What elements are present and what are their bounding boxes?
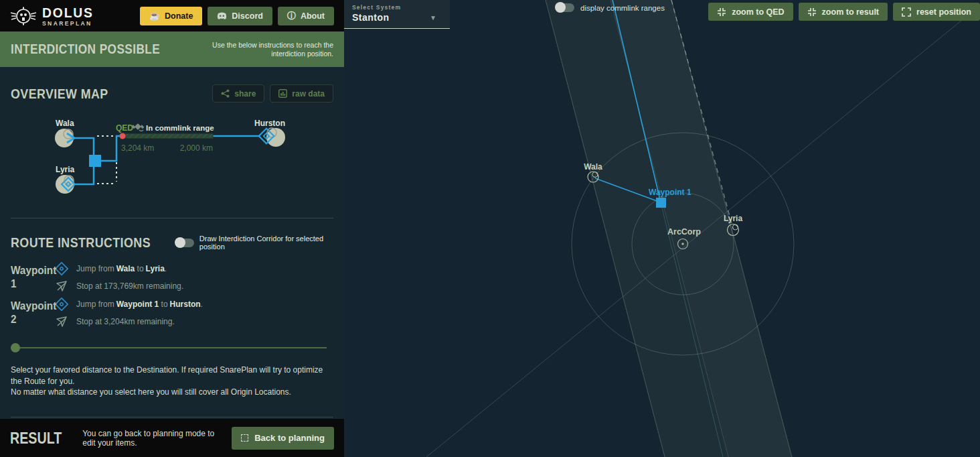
overview-route-lines — [74, 136, 260, 184]
app-header: DOLUS SNAREPLAN ☕ Donate Discord — [0, 0, 344, 31]
select-system-dropdown[interactable]: Select System Stanton ▼ — [344, 0, 450, 29]
overview-wala-label: Wala — [56, 119, 74, 128]
divider — [11, 218, 333, 218]
map-lyria-label: Lyria — [724, 214, 743, 223]
overview-hurston-marker[interactable] — [259, 128, 285, 147]
coffee-cup-icon: ☕ — [149, 11, 160, 20]
about-button[interactable]: ⓘ About — [278, 7, 334, 25]
compress-icon — [807, 7, 817, 17]
discord-button[interactable]: Discord — [208, 7, 272, 25]
planning-panel: DOLUS SNAREPLAN ☕ Donate Discord — [0, 0, 344, 457]
map-waypoint1-marker[interactable] — [656, 198, 666, 208]
select-system-value: Stanton — [352, 12, 390, 23]
back-to-planning-button[interactable]: Back to planning — [232, 427, 334, 450]
map-waypoint1-label: Waypoint 1 — [649, 188, 691, 197]
reset-position-button[interactable]: reset position — [893, 3, 980, 21]
toggle-knob — [175, 237, 185, 248]
zoom-to-qed-button[interactable]: zoom to QED — [708, 3, 793, 21]
toggle-knob — [555, 2, 566, 13]
system-map-canvas[interactable]: Wala Waypoint 1 Lyria ArcCorp — [344, 0, 980, 457]
corridor-selected-toggle-label: Draw Interdiction Corridor for selected … — [199, 235, 333, 251]
system-map[interactable]: Wala Waypoint 1 Lyria ArcCorp Select Sys… — [344, 0, 980, 457]
waypoint-row-2: Waypoint 2 Jump fromWaypoint 1 toHurston… — [11, 297, 333, 328]
map-arccorp-label: ArcCorp — [667, 227, 701, 237]
select-system-label: Select System — [352, 4, 443, 11]
stop-ship-icon — [55, 279, 68, 293]
slider-knob[interactable] — [11, 343, 20, 352]
interdiction-status-banner: INTERDICTION POSSIBLE Use the below inst… — [0, 31, 344, 67]
chevron-down-icon: ▼ — [430, 14, 436, 21]
corridor-selected-toggle[interactable] — [175, 239, 194, 247]
result-title: RESULT — [10, 429, 62, 448]
route-instructions-title: ROUTE INSTRUCTIONS — [11, 235, 151, 251]
snareplan-app: DOLUS SNAREPLAN ☕ Donate Discord — [0, 0, 980, 457]
slider-note: Select your favored distance to the Dest… — [11, 365, 333, 398]
slider-track[interactable] — [11, 347, 327, 348]
overview-schematic-map: Wala Lyria Hu — [0, 113, 344, 211]
waypoint-list: Waypoint 1 Jump fromWala toLyria. — [0, 261, 344, 328]
overview-map-title: OVERVIEW MAP — [11, 86, 108, 102]
app-logo: DOLUS SNAREPLAN — [10, 3, 98, 29]
stop-instruction: Stop at 173,769km remaining. — [76, 281, 183, 291]
share-icon — [221, 89, 230, 98]
compress-icon — [717, 7, 726, 17]
commlink-status-label: In commlink range — [146, 124, 214, 132]
commlink-ranges-toggle-row: display commlink ranges — [556, 3, 665, 12]
overview-lyria-label: Lyria — [56, 165, 75, 174]
satellite-icon — [131, 123, 144, 131]
distance-slider[interactable] — [11, 343, 333, 352]
jump-point-icon — [55, 298, 68, 311]
waypoint-label: Waypoint 1 — [11, 264, 50, 291]
stop-ship-icon — [55, 315, 68, 328]
map-wala-label: Wala — [584, 162, 602, 172]
overview-lyria-marker[interactable] — [56, 175, 75, 194]
jump-point-icon — [55, 262, 68, 275]
waypoint-label: Waypoint 2 — [11, 300, 50, 326]
interdiction-status-subtitle: Use the below instructions to reach the … — [184, 41, 333, 58]
overview-hurston-label: Hurston — [254, 119, 285, 128]
route-instructions-header: ROUTE INSTRUCTIONS Draw Interdiction Cor… — [0, 235, 344, 251]
expand-icon — [902, 7, 911, 17]
commlink-ranges-toggle-label: display commlink ranges — [580, 4, 665, 12]
logo-subtitle: SNAREPLAN — [42, 21, 95, 27]
waypoint-row-1: Waypoint 1 Jump fromWala toLyria. — [11, 261, 333, 293]
zoom-to-result-button[interactable]: zoom to result — [799, 3, 888, 21]
logo-title: DOLUS — [42, 5, 94, 19]
distance-remaining-label: 3,204 km — [121, 143, 154, 153]
overview-waypoint-square[interactable] — [89, 155, 101, 167]
qed-range-bar — [125, 134, 213, 139]
info-icon: ⓘ — [287, 11, 296, 20]
qed-label: QED — [116, 123, 133, 133]
winged-skull-logo-icon — [10, 3, 37, 29]
qed-range-label: 2,000 km — [180, 143, 213, 153]
share-button[interactable]: share — [212, 84, 264, 103]
overview-wala-marker[interactable] — [55, 129, 74, 147]
raw-data-button[interactable]: raw data — [270, 84, 333, 103]
result-note: You can go back to planning mode to edit… — [82, 429, 222, 448]
overview-map-header: OVERVIEW MAP share raw d — [0, 84, 344, 103]
stop-instruction: Stop at 3,204km remaining. — [76, 317, 175, 326]
discord-icon — [217, 12, 227, 20]
dashed-selection-icon — [241, 434, 248, 442]
commlink-ranges-toggle[interactable] — [556, 3, 574, 12]
divider — [11, 417, 333, 417]
interdiction-status-title: INTERDICTION POSSIBLE — [11, 42, 160, 57]
donate-button[interactable]: ☕ Donate — [140, 7, 203, 25]
interdiction-point-marker[interactable] — [120, 133, 126, 139]
result-bar: RESULT You can go back to planning mode … — [0, 419, 344, 457]
bar-chart-icon — [278, 89, 287, 98]
